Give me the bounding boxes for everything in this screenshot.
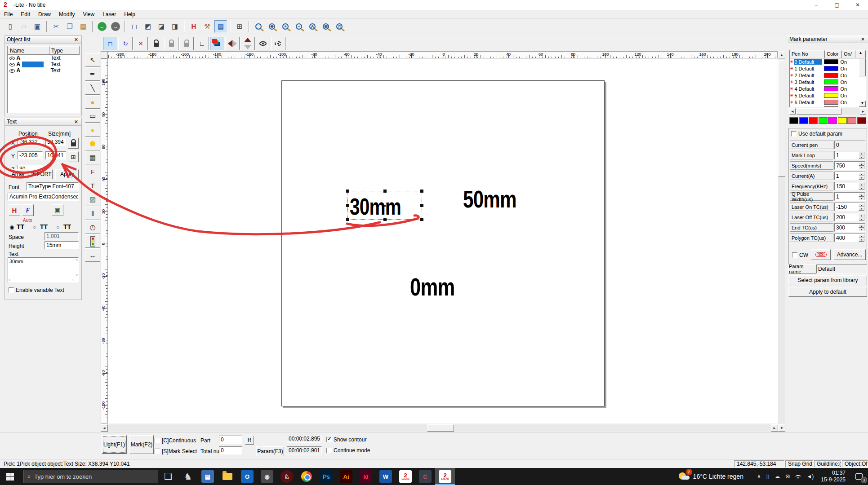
- lock-button[interactable]: [149, 37, 163, 50]
- font-style-button[interactable]: F: [22, 204, 34, 216]
- selection-handle[interactable]: [346, 190, 349, 193]
- selection-handle[interactable]: [383, 218, 387, 221]
- pen-row[interactable]: ✳0 DefaultOn: [790, 58, 866, 65]
- size-x-input[interactable]: 38.394: [45, 138, 66, 146]
- menu-draw[interactable]: Draw: [34, 10, 55, 18]
- lock-ratio-button[interactable]: [68, 138, 79, 149]
- menu-help[interactable]: Help: [120, 10, 139, 18]
- mirror-horizontal-button[interactable]: [240, 37, 255, 50]
- param-input[interactable]: -150▲▼: [834, 203, 865, 211]
- visibility-eye-icon[interactable]: [9, 69, 15, 73]
- kerning-char-radio[interactable]: ○: [33, 224, 36, 230]
- pen-row[interactable]: ✳2 DefaultOn: [790, 72, 866, 79]
- tray-phone-icon[interactable]: ▯: [766, 473, 770, 480]
- kerning-width-radio[interactable]: ○: [56, 224, 59, 230]
- pen-row[interactable]: ✳5 DefaultOn: [790, 92, 866, 99]
- scroll-right-icon[interactable]: ►: [771, 424, 778, 432]
- text-scroll-left-icon[interactable]: ‹: [9, 278, 10, 282]
- selection-handle[interactable]: [420, 190, 423, 193]
- array-button[interactable]: Array: [8, 169, 28, 179]
- polygon-tool[interactable]: ⬟: [85, 137, 100, 150]
- spinner-icon[interactable]: ▲▼: [859, 214, 864, 220]
- pen-col-color[interactable]: Color: [825, 50, 842, 58]
- preview-eye-button[interactable]: [256, 37, 270, 50]
- vertical-scrollbar[interactable]: ▲ ▼: [778, 51, 785, 432]
- rotate-object-button[interactable]: ↻: [118, 37, 133, 50]
- continuous-checkbox[interactable]: [155, 438, 160, 443]
- hatch-button[interactable]: H: [187, 20, 200, 33]
- io-tool[interactable]: [85, 234, 100, 248]
- quick-color-swatch[interactable]: [847, 117, 856, 124]
- selection-handle[interactable]: [383, 190, 387, 193]
- app-darkred-taskbar-button[interactable]: ♘: [277, 468, 297, 485]
- line-tool[interactable]: ╲: [85, 81, 100, 95]
- tray-chevron-up-icon[interactable]: ∧: [757, 473, 761, 480]
- word-taskbar-button[interactable]: W: [376, 468, 396, 485]
- taskbar-search[interactable]: ⌕ Typ hier om te zoeken: [23, 470, 158, 483]
- tray-device-icon[interactable]: ⊠: [785, 473, 790, 480]
- param-f3-button[interactable]: Param(F3): [256, 446, 284, 456]
- ccleaner-taskbar-button[interactable]: C: [415, 468, 435, 485]
- weather-temp[interactable]: 16°C: [693, 473, 707, 480]
- wobble-button[interactable]: [811, 249, 831, 260]
- text-panel-close-icon[interactable]: ✕: [73, 119, 80, 125]
- position-y-input[interactable]: -23.005: [18, 151, 43, 159]
- array-button[interactable]: ⊞: [233, 20, 246, 33]
- spinner-icon[interactable]: ▲▼: [859, 193, 864, 200]
- pen-row[interactable]: ✳7 DefaultOn: [790, 106, 866, 107]
- apply-to-default-button[interactable]: Apply to default: [788, 287, 867, 297]
- param-input[interactable]: 200▲▼: [834, 213, 865, 221]
- pen-table-scroll-thumb[interactable]: [859, 58, 866, 76]
- zoom-prev-button[interactable]: [252, 20, 265, 33]
- grid-tool[interactable]: ▦: [85, 151, 100, 164]
- cut-button[interactable]: ✂: [50, 20, 62, 33]
- menu-modify[interactable]: Modify: [55, 10, 79, 18]
- position-x-input[interactable]: -36.322: [18, 138, 43, 146]
- font-type-dropdown[interactable]: TrueType Font-407: [27, 182, 79, 190]
- ezcad-taskbar-button[interactable]: 2EZCAD: [396, 468, 415, 485]
- menu-file[interactable]: File: [0, 10, 17, 18]
- enable-variable-checkbox[interactable]: [9, 287, 14, 293]
- anchor-grid-button[interactable]: ⊞: [68, 151, 79, 162]
- variable-text-tool[interactable]: T: [85, 179, 100, 192]
- chrome-taskbar-button[interactable]: [297, 468, 316, 485]
- ellipse-tool[interactable]: ●: [85, 123, 100, 137]
- param-input[interactable]: 400▲▼: [834, 234, 865, 242]
- quick-color-swatch[interactable]: [789, 117, 798, 124]
- save-button[interactable]: ▣: [31, 20, 44, 33]
- selection-handle[interactable]: [346, 204, 349, 207]
- pen-hscroll-left-icon[interactable]: ◄: [789, 108, 796, 115]
- text-scroll-up-icon[interactable]: ˄: [76, 258, 78, 261]
- pen-col-on[interactable]: On/: [842, 50, 855, 58]
- new-file-button[interactable]: ▯: [4, 20, 17, 33]
- menu-edit[interactable]: Edit: [17, 10, 34, 18]
- delay-tool[interactable]: ◷: [85, 220, 100, 234]
- pen-hscroll-thumb[interactable]: [797, 108, 841, 115]
- node-edit-tool[interactable]: ✒: [85, 67, 100, 81]
- light-f1-button[interactable]: Light(F1): [102, 435, 127, 454]
- r-button[interactable]: R: [245, 436, 254, 445]
- horizontal-scrollbar[interactable]: ◄ ►: [101, 424, 778, 432]
- app-monitor-taskbar-button[interactable]: ▤: [198, 468, 218, 485]
- open-file-button[interactable]: ▱: [18, 20, 30, 33]
- mark-f2-button[interactable]: Mark(F2): [129, 435, 154, 454]
- mark-parameter-close-icon[interactable]: ✕: [859, 36, 866, 42]
- file-explorer-taskbar-button[interactable]: [218, 468, 237, 485]
- object-list-close-icon[interactable]: ✕: [73, 37, 80, 43]
- selection-handle[interactable]: [346, 218, 349, 221]
- visibility-eye-icon[interactable]: [9, 63, 15, 66]
- scroll-up-icon[interactable]: ▲: [778, 51, 785, 58]
- scroll-down-icon[interactable]: ▼: [778, 424, 785, 432]
- pen-table-scroll-up-icon[interactable]: ▲: [855, 50, 866, 58]
- node-move-button[interactable]: ◩: [142, 20, 154, 33]
- canvas-viewport[interactable]: 30mm 50mm 0mm: [108, 58, 778, 423]
- contour-eye-button[interactable]: [271, 37, 285, 50]
- mark-select-checkbox[interactable]: [155, 449, 160, 454]
- visibility-eye-icon[interactable]: [9, 57, 15, 60]
- total-input[interactable]: 0: [219, 446, 242, 454]
- spinner-icon[interactable]: ▲▼: [859, 203, 864, 210]
- notification-center-button[interactable]: 3: [850, 468, 868, 485]
- photoshop-taskbar-button[interactable]: Ps: [316, 468, 336, 485]
- selection-handle[interactable]: [420, 204, 423, 207]
- select-param-library-button[interactable]: Select param from library: [788, 275, 867, 285]
